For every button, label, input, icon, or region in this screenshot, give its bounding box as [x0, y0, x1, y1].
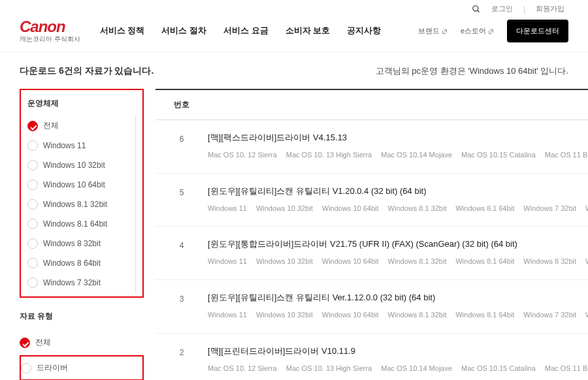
radio-label: Windows 8 32bit [43, 239, 101, 248]
radio-icon [27, 121, 38, 131]
radio-icon [27, 277, 38, 288]
row-title[interactable]: [윈도우][유틸리티]스캔 유틸리티 Ver.1.12.0.0 (32 bit)… [208, 292, 588, 304]
os-tag: Windows 8 64bit [585, 257, 588, 265]
logo[interactable]: Canon 캐논코리아 주식회사 [20, 18, 80, 44]
external-icon [488, 28, 494, 34]
table-row: 3[윈도우][유틸리티]스캔 유틸리티 Ver.1.12.0.0 (32 bit… [155, 280, 588, 334]
divider: | [523, 5, 525, 14]
radio-icon [27, 258, 38, 268]
os-tag: Windows 10 32bit [256, 311, 313, 319]
os-tag: Windows 11 [208, 311, 247, 319]
summary-env: 고객님의 pc운영 환경은 'Windows 10 64bit' 입니다. [376, 65, 568, 77]
type-radio-0[interactable]: 전체 [20, 331, 144, 354]
svg-point-0 [473, 5, 478, 10]
row-no: 4 [155, 238, 208, 268]
os-tag: Mac OS 11 Big Sur [545, 364, 588, 372]
os-radio-3[interactable]: Windows 10 64bit [27, 175, 135, 195]
row-title[interactable]: [윈도우][통합드라이버]드라이버 V21.75 (UFR II) (FAX) … [208, 238, 588, 250]
radio-label: 전체 [35, 337, 51, 348]
svg-line-1 [478, 10, 480, 12]
os-filter-title: 운영체제 [27, 98, 136, 109]
os-radio-2[interactable]: Windows 10 32bit [27, 155, 135, 175]
row-tags: Windows 11Windows 10 32bitWindows 10 64b… [208, 202, 588, 215]
radio-icon [27, 199, 38, 210]
os-tag: Windows 8.1 64bit [455, 311, 514, 319]
radio-label: 드라이버 [37, 362, 68, 373]
nav-item[interactable]: 공지사항 [347, 25, 381, 37]
logo-sub: 캐논코리아 주식회사 [20, 35, 80, 44]
radio-label: Windows 8 64bit [43, 259, 101, 268]
row-tags: Windows 11Windows 10 32bitWindows 10 64b… [208, 255, 588, 268]
os-tag: Windows 7 64bit [585, 311, 588, 319]
external-icon [442, 28, 448, 34]
search-icon[interactable] [472, 5, 481, 14]
os-tag: Mac OS 10. 12 Sierra [208, 364, 277, 372]
os-radio-6[interactable]: Windows 8 32bit [27, 234, 135, 253]
os-tag: Windows 10 64bit [322, 311, 379, 319]
table-row: 5[윈도우][유틸리티]스캔 유틸리티 V1.20.0.4 (32 bit) (… [155, 174, 588, 227]
radio-label: Windows 10 64bit [43, 180, 105, 189]
type-list: 전체드라이버유틸리티 [20, 331, 144, 380]
os-tag: Windows 10 32bit [256, 257, 313, 265]
nav-item[interactable]: 소비자 보호 [286, 25, 331, 37]
table-row: 6[맥][팩스드라이버]드라이버 V4.15.13Mac OS 10. 12 S… [155, 120, 588, 174]
os-radio-1[interactable]: Windows 11 [27, 136, 135, 155]
nav-item[interactable]: 서비스 절차 [161, 25, 206, 37]
radio-icon [21, 363, 31, 373]
os-tag: Mac OS 10.15 Catalina [461, 151, 536, 159]
radio-label: Windows 11 [43, 141, 86, 150]
logo-title: Canon [20, 18, 80, 36]
os-tag: Mac OS 10. 12 Sierra [208, 151, 277, 159]
radio-label: 전체 [43, 120, 59, 131]
type-filter-block: 자료 유형 전체드라이버유틸리티 [20, 311, 144, 380]
os-tag: Mac OS 10.14 Mojave [381, 151, 452, 159]
os-tag: Windows 7 32bit [523, 204, 576, 212]
table-row: 4[윈도우][통합드라이버]드라이버 V21.75 (UFR II) (FAX)… [155, 227, 588, 280]
os-tag: Mac OS 10. 13 High Sierra [286, 151, 372, 159]
radio-icon [27, 219, 38, 229]
row-no: 5 [155, 185, 208, 215]
login-link[interactable]: 로그인 [487, 4, 517, 14]
row-title[interactable]: [맥][프린터드라이버]드라이버 V10.11.9 [208, 345, 588, 357]
row-tags: Mac OS 10. 12 SierraMac OS 10. 13 High S… [208, 149, 588, 161]
nav-item[interactable]: 서비스 정책 [100, 25, 145, 37]
table-row: 2[맥][프린터드라이버]드라이버 V10.11.9Mac OS 10. 12 … [155, 334, 588, 380]
os-radio-4[interactable]: Windows 8.1 32bit [27, 195, 135, 214]
th-title: 제목 / 운영체제 [208, 99, 588, 110]
type-radio-1[interactable]: 드라이버 [20, 355, 144, 380]
radio-icon [27, 140, 38, 151]
radio-icon [27, 160, 38, 170]
radio-label: Windows 7 32bit [43, 278, 101, 287]
nav-item[interactable]: 서비스 요금 [223, 25, 269, 37]
download-center-button[interactable]: 다운로드센터 [507, 20, 568, 42]
th-no: 번호 [155, 99, 208, 110]
radio-label: Windows 8.1 64bit [43, 219, 107, 229]
row-title[interactable]: [윈도우][유틸리티]스캔 유틸리티 V1.20.0.4 (32 bit) (6… [208, 185, 588, 197]
join-link[interactable]: 회원가입 [532, 4, 568, 14]
row-no: 2 [155, 345, 208, 375]
os-filter-block: 운영체제 전체Windows 11Windows 10 32bitWindows… [20, 89, 144, 298]
row-no: 6 [155, 132, 208, 161]
os-tag: Windows 8.1 32bit [388, 257, 447, 265]
main-nav: 서비스 정책 서비스 절차 서비스 요금 소비자 보호 공지사항 [100, 25, 418, 37]
row-title[interactable]: [맥][팩스드라이버]드라이버 V4.15.13 [208, 132, 588, 144]
radio-label: Windows 10 32bit [43, 161, 105, 170]
right-nav: 브랜드 e스토어 다운로드센터 [418, 20, 568, 42]
os-radio-0[interactable]: 전체 [27, 116, 135, 136]
os-tag: Mac OS 10. 13 High Sierra [286, 364, 372, 372]
os-tag: Windows 8.1 32bit [388, 204, 447, 212]
os-radio-5[interactable]: Windows 8.1 64bit [27, 214, 135, 234]
os-tag: Windows 8.1 32bit [388, 311, 447, 319]
os-tag: Windows 7 64bit [585, 204, 588, 212]
estore-link[interactable]: e스토어 [461, 26, 494, 36]
os-radio-7[interactable]: Windows 8 64bit [27, 253, 135, 273]
os-tag: Windows 10 64bit [322, 257, 379, 265]
os-tag: Windows 8.1 64bit [455, 257, 514, 265]
os-radio-8[interactable]: Windows 7 32bit [27, 273, 135, 293]
type-filter-title: 자료 유형 [20, 311, 144, 322]
radio-label: Windows 8.1 32bit [43, 200, 107, 209]
os-list[interactable]: 전체Windows 11Windows 10 32bitWindows 10 6… [27, 116, 136, 293]
radio-icon [27, 238, 38, 249]
os-tag: Windows 10 64bit [322, 204, 379, 212]
brand-link[interactable]: 브랜드 [418, 26, 448, 36]
